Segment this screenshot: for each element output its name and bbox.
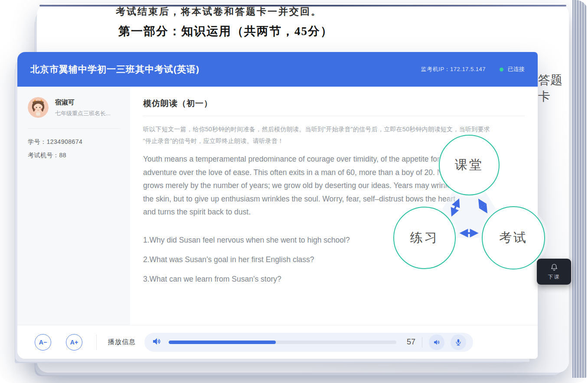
font-increase-button[interactable]: A+ bbox=[66, 334, 82, 351]
microphone-button[interactable] bbox=[451, 334, 466, 350]
bell-icon bbox=[550, 263, 559, 272]
instruction-line: 听以下短文一篇，给你50秒钟的时间准备，然后模仿朗读。当听到“开始录音”的信号后… bbox=[143, 123, 525, 135]
machine-number: 考试机号：88 bbox=[28, 152, 120, 159]
speaker-toggle-button[interactable] bbox=[429, 334, 444, 350]
section-title: 模仿朗读（初一） bbox=[143, 98, 525, 109]
student-sidebar: 宿淑可 七年级重点三班名长... 学号：1234908674 考试机号：88 bbox=[17, 87, 130, 325]
section-divider bbox=[143, 116, 525, 116]
audio-player: 57 bbox=[144, 333, 473, 352]
proctor-ip-label: 监考机IP：172.17.5.147 bbox=[421, 65, 486, 73]
connected-status-dot bbox=[500, 68, 503, 71]
progress-fill bbox=[169, 341, 276, 344]
question-item: 2.What was Susan’s goal in her first Eng… bbox=[143, 255, 525, 264]
student-class: 七年级重点三班名长... bbox=[55, 110, 111, 117]
progress-track[interactable] bbox=[169, 341, 396, 344]
question-list: 1.Why did Susan feel nervous when she we… bbox=[143, 236, 525, 284]
diagram-arrows bbox=[442, 193, 499, 240]
node-classroom[interactable]: 课堂 bbox=[439, 135, 500, 195]
student-id: 学号：1234908674 bbox=[28, 138, 120, 146]
avatar bbox=[28, 97, 49, 118]
font-decrease-button[interactable]: A− bbox=[35, 334, 51, 351]
student-name: 宿淑可 bbox=[55, 98, 111, 107]
screen: 考试结束后，将本试卷和答题卡一并交回。 第一部分：知识运用（共两节，45分） 答… bbox=[0, 0, 588, 383]
connection-status-label: 已连接 bbox=[508, 65, 525, 73]
question-item: 3.What can we learn from Susan’s story? bbox=[143, 275, 525, 284]
paper-answersheet-fragment: 答题卡 bbox=[538, 72, 569, 105]
player-bar: A− A+ 播放信息 57 bbox=[17, 325, 538, 359]
play-info-label: 播放信息 bbox=[108, 338, 136, 346]
end-class-button[interactable]: 下课 bbox=[537, 259, 571, 285]
sidebar-divider bbox=[28, 128, 120, 129]
pill-divider bbox=[422, 337, 422, 347]
exam-title: 北京市翼辅中学初一三班其中考试(英语) bbox=[30, 63, 199, 75]
volume-value: 57 bbox=[403, 338, 415, 347]
volume-icon bbox=[151, 336, 162, 348]
end-class-label: 下课 bbox=[548, 273, 560, 281]
bar-divider bbox=[96, 334, 97, 350]
app-header: 北京市翼辅中学初一三班其中考试(英语) 监考机IP：172.17.5.147 已… bbox=[17, 52, 538, 87]
page-edge-stripes bbox=[572, 0, 586, 378]
paper-return-notice: 考试结束后，将本试卷和答题卡一并交回。 bbox=[116, 5, 445, 18]
paper-section-heading: 第一部分：知识运用（共两节，45分） bbox=[118, 23, 333, 39]
